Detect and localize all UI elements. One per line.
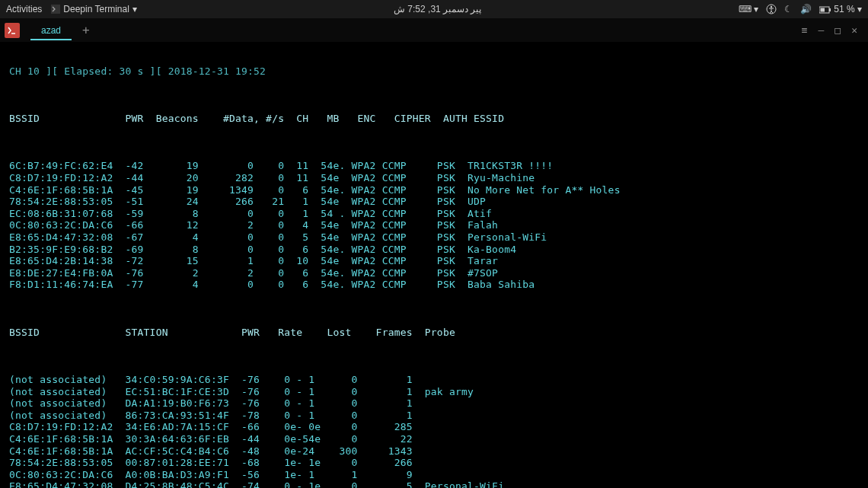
battery-icon (819, 6, 831, 14)
terminal-tabbar: azad + ≡ — □ ✕ (0, 18, 868, 43)
terminal-indicator-icon (51, 5, 60, 14)
ap-row: B2:35:9F:E9:68:B2 -69 8 0 0 6 54e. WPA2 … (9, 244, 859, 256)
svg-point-2 (771, 6, 772, 8)
blank-line (9, 136, 859, 148)
blank-line (9, 350, 859, 362)
station-row: (not associated) 86:73:CA:93:51:4F -78 0… (9, 410, 859, 422)
chevron-down-icon: ▾ (132, 4, 137, 14)
station-row: (not associated) EC:51:BC:1F:CE:3D -76 0… (9, 386, 859, 398)
station-table-body: (not associated) 34:C0:59:9A:C6:3F -76 0… (9, 374, 859, 488)
ap-table-body: 6C:B7:49:FC:62:E4 -42 19 0 0 11 54e. WPA… (9, 160, 859, 291)
ap-row: E8:65:D4:2B:14:38 -72 15 1 0 10 54e WPA2… (9, 255, 859, 267)
ap-row: F8:D1:11:46:74:EA -77 4 0 0 6 54e. WPA2 … (9, 279, 859, 291)
station-row: (not associated) DA:A1:19:B0:F6:73 -76 0… (9, 397, 859, 410)
ap-row: C8:D7:19:FD:12:A2 -44 20 282 0 11 54e WP… (9, 172, 859, 184)
ap-row: E8:DE:27:E4:FB:0A -76 2 2 0 6 54e. WPA2 … (9, 267, 859, 279)
minimize-button[interactable]: — (819, 24, 825, 36)
station-row: C4:6E:1F:68:5B:1A AC:CF:5C:C4:B4:C6 -48 … (9, 445, 859, 458)
clock[interactable]: پیر دسمبر 31, 7:52 ش (394, 4, 481, 14)
station-row: (not associated) 34:C0:59:9A:C6:3F -76 0… (9, 374, 859, 386)
station-table-headers: BSSID STATION PWR Rate Lost Frames Probe (9, 327, 859, 339)
battery-percent: 51 % (834, 4, 854, 14)
accessibility-icon[interactable] (766, 4, 777, 14)
battery-indicator[interactable]: 51 % ▾ (819, 4, 862, 14)
ap-row: EC:08:6B:31:07:68 -59 8 0 0 1 54 . WPA2 … (9, 208, 859, 220)
station-row: C8:D7:19:FD:12:A2 34:E6:AD:7A:15:CF -66 … (9, 421, 859, 433)
station-row: 78:54:2E:88:53:05 00:87:01:28:EE:71 -68 … (9, 457, 859, 469)
chevron-down-icon: ▾ (857, 4, 862, 14)
blank-line (9, 89, 859, 101)
ap-row: 0C:80:63:2C:DA:C6 -66 12 2 0 4 54e WPA2 … (9, 219, 859, 231)
maximize-button[interactable]: □ (834, 24, 841, 36)
window-controls: ≡ — □ ✕ (802, 24, 863, 36)
station-row: C4:6E:1F:68:5B:1A 30:3A:64:63:6F:EB -44 … (9, 433, 859, 445)
ap-row: 6C:B7:49:FC:62:E4 -42 19 0 0 11 54e. WPA… (9, 160, 859, 172)
station-row: 0C:80:63:2C:DA:C6 A0:0B:BA:D3:A9:F1 -56 … (9, 469, 859, 481)
blank-line (9, 302, 859, 314)
terminal-app-icon[interactable] (5, 23, 20, 38)
ap-table-headers: BSSID PWR Beacons #Data, #/s CH MB ENC C… (9, 113, 859, 125)
ap-row: 78:54:2E:88:53:05 -51 24 266 21 1 54e WP… (9, 196, 859, 208)
keyboard-layout-icon[interactable]: ⌨ ▾ (739, 4, 758, 14)
activities-button[interactable]: Activities (6, 4, 42, 14)
app-menu[interactable]: Deepin Terminal ▾ (51, 4, 137, 14)
ap-row: E8:65:D4:47:32:08 -67 4 0 0 5 54e WPA2 C… (9, 231, 859, 244)
app-menu-label: Deepin Terminal (63, 4, 129, 14)
night-mode-icon[interactable]: ☾ (784, 4, 793, 14)
menu-icon[interactable]: ≡ (802, 24, 808, 36)
svg-rect-0 (51, 5, 60, 14)
svg-rect-5 (820, 8, 825, 11)
svg-rect-4 (829, 8, 831, 11)
ap-row: C4:6E:1F:68:5B:1A -45 19 1349 0 6 54e. W… (9, 184, 859, 196)
terminal-output[interactable]: CH 10 ][ Elapsed: 30 s ][ 2018-12-31 19:… (0, 43, 868, 488)
add-tab-button[interactable]: + (72, 23, 101, 37)
tab-azad[interactable]: azad (30, 21, 72, 40)
volume-icon[interactable]: 🔊 (800, 4, 812, 14)
close-button[interactable]: ✕ (851, 24, 857, 36)
gnome-topbar: Activities Deepin Terminal ▾ پیر دسمبر 3… (0, 0, 868, 18)
status-line: CH 10 ][ Elapsed: 30 s ][ 2018-12-31 19:… (9, 65, 859, 78)
station-row: E8:65:D4:47:32:08 D4:25:8B:48:C5:4C -74 … (9, 480, 859, 488)
